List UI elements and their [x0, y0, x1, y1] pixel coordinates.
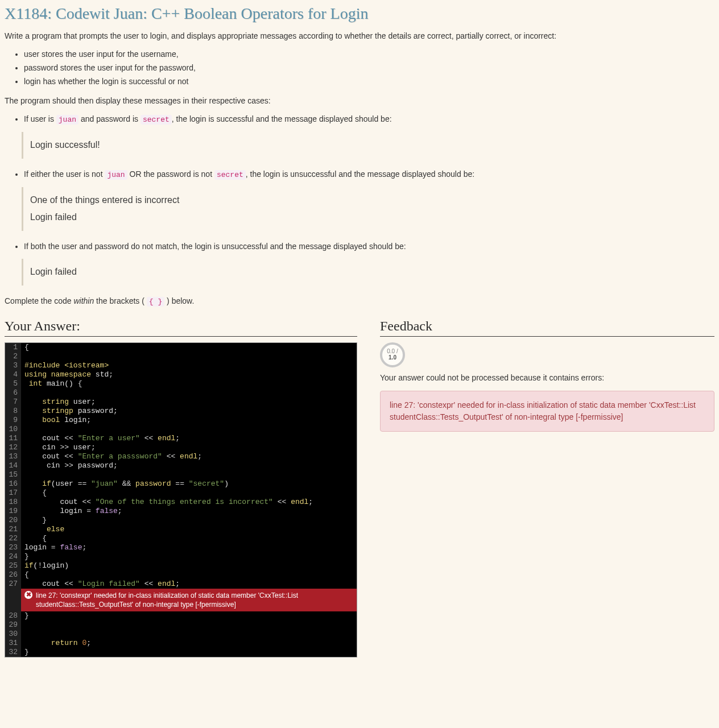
line-number: 18 [5, 498, 21, 507]
code-content[interactable]: } [21, 648, 29, 657]
code-content[interactable] [21, 630, 29, 639]
code-line[interactable]: 26{ [5, 570, 357, 580]
code-line[interactable]: 4using namespace std; [5, 370, 357, 379]
code-editor[interactable]: 1{2 3#include <iostream>4using namespace… [5, 342, 357, 657]
code-content[interactable]: stringp password; [21, 407, 118, 416]
code-line[interactable]: 25if(!login) [5, 561, 357, 570]
code-line[interactable]: 21 else [5, 525, 357, 534]
feedback-error-box: line 27: 'constexpr' needed for in-class… [380, 391, 714, 432]
inline-error-text: line 27: 'constexpr' needed for in-class… [36, 591, 353, 609]
code-line[interactable]: 7 string user; [5, 398, 357, 407]
code-content[interactable]: } [21, 611, 29, 621]
code-content[interactable] [21, 621, 29, 630]
code-content[interactable] [21, 388, 29, 398]
code-content[interactable]: int main() { [21, 379, 82, 388]
case-list: If either the user is not juan OR the pa… [24, 168, 714, 181]
code-line[interactable]: 32} [5, 648, 357, 657]
code-line[interactable]: 29 [5, 621, 357, 630]
line-number: 29 [5, 621, 21, 630]
code-content[interactable]: if(!login) [21, 561, 69, 570]
complete-pre: Complete the code [5, 296, 73, 305]
code-line[interactable]: 10 [5, 425, 357, 434]
code-content[interactable]: { [21, 570, 29, 580]
code-content[interactable] [21, 470, 29, 479]
code-content[interactable]: { [21, 534, 47, 543]
complete-instruction: Complete the code within the brackets ( … [5, 295, 714, 308]
line-number: 13 [5, 452, 21, 461]
code-line[interactable]: 30 [5, 630, 357, 639]
line-number: 12 [5, 443, 21, 452]
code-content[interactable]: if(user == "juan" && password == "secret… [21, 479, 229, 489]
code-content[interactable] [21, 425, 29, 434]
code-line[interactable]: 6 [5, 388, 357, 398]
line-number: 30 [5, 630, 21, 639]
code-content[interactable]: cout << "Enter a passsword" << endl; [21, 452, 202, 461]
output-line: Login failed [30, 209, 708, 226]
line-number: 19 [5, 507, 21, 516]
code-content[interactable]: return 0; [21, 639, 91, 648]
code-content[interactable]: cout << "Login failed" << endl; [21, 580, 180, 589]
code-content[interactable]: cout << "One of the things entered is in… [21, 498, 313, 507]
line-number: 10 [5, 425, 21, 434]
code-line[interactable]: 14 cin >> password; [5, 461, 357, 470]
code-line[interactable]: 1{ [5, 343, 357, 352]
code-line[interactable]: 8 stringp password; [5, 407, 357, 416]
code-line[interactable]: 17 { [5, 489, 357, 498]
score-total: 1.0 [389, 355, 396, 361]
complete-em: within [73, 296, 94, 305]
code-line[interactable]: 11 cout << "Enter a user" << endl; [5, 434, 357, 443]
list-item: If either the user is not juan OR the pa… [24, 168, 714, 181]
code-line[interactable]: 2 [5, 352, 357, 361]
case-list: If user is juan and password is secret, … [24, 113, 714, 126]
case-list: If both the user and password do not mat… [24, 240, 714, 254]
code-content[interactable]: cin >> password; [21, 461, 118, 470]
line-number: 15 [5, 470, 21, 479]
code-line[interactable]: 24} [5, 552, 357, 561]
line-number: 26 [5, 570, 21, 580]
code-line[interactable]: 15 [5, 470, 357, 479]
score-earned: 0.0 / [387, 349, 398, 355]
code-content[interactable]: { [21, 489, 47, 498]
code-line[interactable]: 31 return 0; [5, 639, 357, 648]
complete-post: ) below. [164, 296, 194, 305]
code-content[interactable]: string user; [21, 398, 96, 407]
code-line[interactable]: 27 cout << "Login failed" << endl; [5, 580, 357, 589]
code-line[interactable]: 16 if(user == "juan" && password == "sec… [5, 479, 357, 489]
code-line[interactable]: 23login = false; [5, 543, 357, 552]
line-number: 22 [5, 534, 21, 543]
code-line[interactable]: 18 cout << "One of the things entered is… [5, 498, 357, 507]
list-item: If both the user and password do not mat… [24, 240, 714, 254]
line-number: 9 [5, 416, 21, 425]
expected-output: Login failed [22, 259, 714, 285]
code-line[interactable]: 12 cin >> user; [5, 443, 357, 452]
code-line[interactable]: 5 int main() { [5, 379, 357, 388]
inline-code: secret [141, 115, 172, 125]
line-number: 2 [5, 352, 21, 361]
inline-code: secret [214, 170, 246, 180]
code-content[interactable] [21, 352, 29, 361]
code-line[interactable]: 28} [5, 611, 357, 621]
code-content[interactable]: } [21, 516, 47, 525]
code-line[interactable]: 9 bool login; [5, 416, 357, 425]
code-content[interactable]: } [21, 552, 29, 561]
code-line[interactable]: 22 { [5, 534, 357, 543]
line-number: 3 [5, 361, 21, 370]
line-number: 20 [5, 516, 21, 525]
code-content[interactable]: cout << "Enter a user" << endl; [21, 434, 180, 443]
code-content[interactable]: { [21, 343, 29, 352]
line-number: 5 [5, 379, 21, 388]
case1-mid: and password is [78, 114, 141, 123]
code-line[interactable]: 3#include <iostream> [5, 361, 357, 370]
code-content[interactable]: login = false; [21, 543, 86, 552]
code-content[interactable]: #include <iostream> [21, 361, 109, 370]
intro-text: Write a program that prompts the user to… [5, 30, 714, 42]
code-line[interactable]: 13 cout << "Enter a passsword" << endl; [5, 452, 357, 461]
code-content[interactable]: cin >> user; [21, 443, 96, 452]
code-content[interactable]: login = false; [21, 507, 122, 516]
answer-heading: Your Answer: [5, 318, 357, 337]
code-line[interactable]: 20 } [5, 516, 357, 525]
code-content[interactable]: using namespace std; [21, 370, 113, 379]
code-content[interactable]: else [21, 525, 64, 534]
code-content[interactable]: bool login; [21, 416, 91, 425]
code-line[interactable]: 19 login = false; [5, 507, 357, 516]
